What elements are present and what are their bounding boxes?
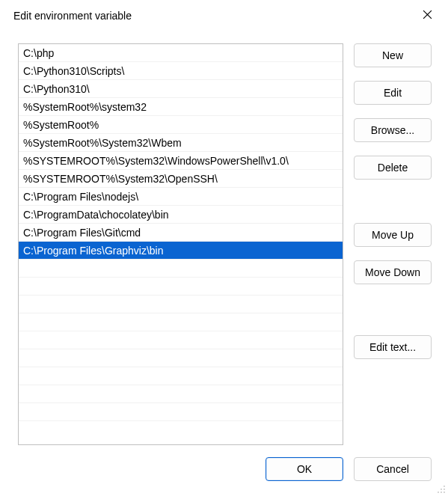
path-list-item[interactable] (19, 278, 343, 296)
svg-point-1 (441, 489, 442, 490)
path-list-item[interactable]: %SYSTEMROOT%\System32\WindowsPowerShell\… (19, 152, 343, 170)
path-list-item[interactable]: %SystemRoot%\System32\Wbem (19, 134, 343, 152)
svg-point-2 (444, 489, 445, 490)
dialog-content: C:\phpC:\Python310\Scripts\C:\Python310\… (0, 31, 448, 451)
browse-button[interactable]: Browse... (354, 118, 432, 142)
new-button[interactable]: New (354, 43, 432, 67)
path-list-item[interactable] (19, 367, 343, 385)
path-list-item[interactable]: %SystemRoot% (19, 116, 343, 134)
path-list-item[interactable] (19, 296, 343, 313)
edit-text-button[interactable]: Edit text... (354, 335, 432, 359)
path-list-item[interactable]: C:\Python310\Scripts\ (19, 62, 343, 80)
cancel-button[interactable]: Cancel (354, 457, 432, 481)
ok-button[interactable]: OK (266, 457, 343, 481)
resize-grip-icon[interactable] (435, 483, 447, 495)
path-list-item[interactable]: C:\Program Files\Graphviz\bin (19, 242, 343, 260)
edit-button[interactable]: Edit (354, 81, 432, 105)
svg-point-3 (438, 492, 439, 493)
move-up-button[interactable]: Move Up (354, 223, 432, 247)
path-list-item[interactable] (19, 385, 343, 403)
close-button[interactable] (417, 5, 438, 26)
path-list-item[interactable] (19, 403, 343, 421)
path-listbox[interactable]: C:\phpC:\Python310\Scripts\C:\Python310\… (18, 43, 343, 445)
svg-point-5 (444, 492, 445, 493)
path-list-item[interactable] (19, 349, 343, 367)
path-list-item[interactable]: C:\Python310\ (19, 80, 343, 98)
path-list-item[interactable]: C:\ProgramData\chocolatey\bin (19, 206, 343, 224)
path-list-item[interactable]: %SystemRoot%\system32 (19, 98, 343, 116)
close-icon (423, 10, 432, 22)
path-list-item[interactable]: C:\Program Files\nodejs\ (19, 188, 343, 206)
edit-env-var-dialog: Edit environment variable C:\phpC:\Pytho… (0, 0, 448, 496)
svg-point-4 (441, 492, 442, 493)
path-list-item[interactable]: C:\Program Files\Git\cmd (19, 224, 343, 242)
dialog-footer: OK Cancel (0, 451, 448, 496)
svg-point-0 (444, 486, 445, 487)
path-list-item[interactable]: C:\php (19, 44, 343, 62)
dialog-title: Edit environment variable (13, 10, 132, 22)
side-button-column: New Edit Browse... Delete Move Up Move D… (354, 43, 432, 445)
delete-button[interactable]: Delete (354, 156, 432, 180)
move-down-button[interactable]: Move Down (354, 260, 432, 284)
path-list-item[interactable] (19, 260, 343, 278)
path-list-item[interactable] (19, 313, 343, 331)
path-list-item[interactable] (19, 331, 343, 349)
path-list-item[interactable]: %SYSTEMROOT%\System32\OpenSSH\ (19, 170, 343, 188)
titlebar: Edit environment variable (0, 0, 448, 31)
